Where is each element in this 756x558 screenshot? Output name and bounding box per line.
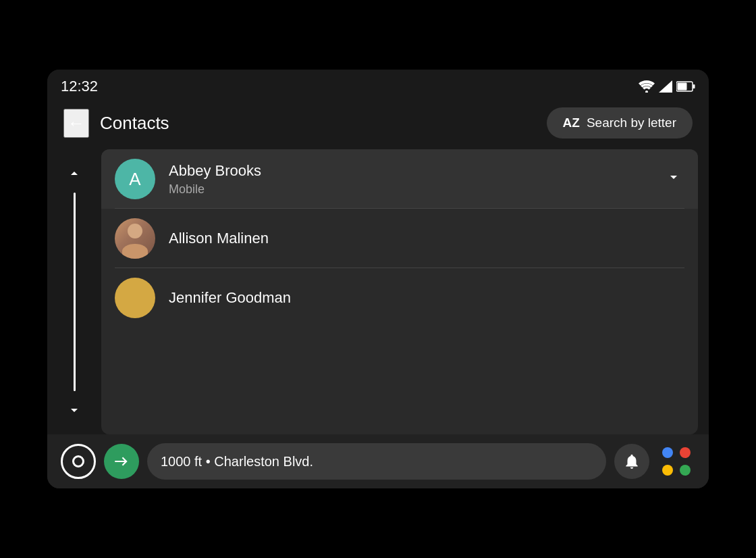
scroll-down-button[interactable]: [61, 397, 88, 424]
contact-name: Jennifer Goodman: [169, 288, 684, 308]
home-inner-icon: [72, 455, 84, 467]
avatar: [115, 278, 155, 318]
turn-arrow-icon: [113, 453, 130, 470]
contact-subtitle: Mobile: [169, 182, 663, 197]
google-dot-blue: [662, 447, 673, 458]
back-button[interactable]: ←: [63, 109, 89, 138]
scroll-controls: [47, 149, 101, 434]
google-assistant-button[interactable]: [657, 442, 695, 480]
contact-item[interactable]: Allison Malinen: [101, 209, 698, 268]
contact-list: A Abbey Brooks Mobile Allison Malinen: [101, 149, 698, 434]
svg-marker-1: [659, 80, 672, 93]
bell-icon: [623, 453, 641, 470]
contact-info: Jennifer Goodman: [169, 288, 684, 308]
avatar: [115, 218, 155, 259]
expand-chevron-icon: [663, 166, 684, 192]
bottom-bar: 1000 ft • Charleston Blvd.: [47, 434, 709, 488]
contact-info: Allison Malinen: [169, 229, 684, 249]
status-icons: [639, 80, 695, 93]
google-dot-yellow: [662, 465, 673, 476]
back-arrow-icon: ←: [68, 113, 85, 134]
navigation-pill: 1000 ft • Charleston Blvd.: [147, 443, 606, 480]
nav-distance-text: 1000 ft • Charleston Blvd.: [161, 454, 313, 470]
scroll-track: [74, 193, 76, 391]
contact-name: Allison Malinen: [169, 229, 684, 249]
status-bar: 12:32: [47, 70, 709, 102]
contact-info: Abbey Brooks Mobile: [169, 161, 663, 197]
az-icon: AZ: [563, 116, 580, 130]
main-content: A Abbey Brooks Mobile Allison Malinen: [47, 149, 709, 434]
google-dots-icon: [662, 447, 691, 476]
battery-icon: [676, 81, 695, 92]
notification-button[interactable]: [614, 444, 649, 479]
svg-rect-4: [693, 84, 695, 88]
contact-item[interactable]: Jennifer Goodman: [101, 268, 698, 328]
avatar: A: [115, 159, 155, 199]
google-dot-green: [680, 465, 691, 476]
header: ← Contacts AZ Search by letter: [47, 102, 709, 149]
search-by-letter-button[interactable]: AZ Search by letter: [547, 107, 693, 138]
page-title: Contacts: [100, 113, 536, 134]
search-by-letter-label: Search by letter: [587, 116, 676, 130]
home-button[interactable]: [61, 444, 96, 479]
scroll-up-button[interactable]: [61, 160, 88, 187]
contact-name: Abbey Brooks: [169, 161, 663, 181]
wifi-icon: [639, 80, 655, 93]
svg-rect-3: [678, 83, 687, 91]
signal-icon: [659, 80, 672, 93]
svg-point-0: [645, 91, 648, 93]
device-frame: 12:32 ← Contacts: [47, 70, 709, 488]
status-time: 12:32: [61, 78, 98, 95]
contact-item[interactable]: A Abbey Brooks Mobile: [101, 149, 698, 209]
navigation-direction-button[interactable]: [104, 444, 139, 479]
google-dot-red: [680, 447, 691, 458]
